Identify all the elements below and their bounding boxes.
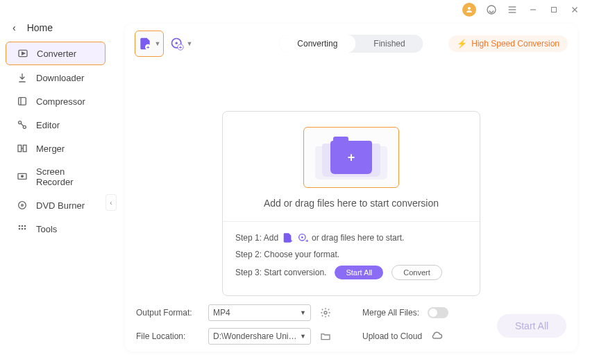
svg-rect-17 (23, 145, 26, 151)
sidebar-item-compressor[interactable]: Compressor (6, 90, 106, 112)
cloud-icon[interactable] (430, 330, 443, 343)
chevron-down-icon: ▼ (187, 40, 193, 47)
tab-converting[interactable]: Converting (279, 35, 355, 53)
segment-control: Converting Finished (279, 35, 423, 53)
add-files-button[interactable]: + ▼ (135, 31, 164, 57)
svg-point-20 (22, 175, 24, 177)
svg-line-15 (21, 123, 24, 126)
dvd-icon (17, 200, 28, 211)
high-speed-badge[interactable]: ⚡ High Speed Conversion (448, 35, 568, 52)
close-icon[interactable] (569, 4, 580, 15)
svg-point-25 (24, 225, 26, 227)
svg-point-22 (22, 205, 24, 207)
sidebar-item-downloader[interactable]: Downloader (6, 67, 106, 89)
support-icon[interactable] (486, 4, 497, 15)
avatar[interactable] (462, 3, 476, 17)
svg-rect-16 (18, 145, 22, 151)
svg-marker-10 (22, 52, 25, 55)
output-format-select[interactable]: MP4 ▼ (208, 304, 311, 321)
step-1: Step 1: Add + + or drag files here to st… (235, 232, 467, 244)
svg-point-32 (175, 42, 177, 44)
merge-label: Merge All Files: (362, 308, 419, 318)
file-location-label: File Location: (136, 331, 200, 341)
sidebar-item-label: Downloader (36, 73, 84, 83)
svg-text:+: + (146, 44, 150, 51)
convert-pill-button[interactable]: Convert (391, 265, 442, 280)
maximize-icon[interactable] (548, 4, 559, 15)
chevron-down-icon: ▼ (155, 40, 161, 47)
settings-icon[interactable] (319, 306, 332, 319)
step-2: Step 2: Choose your format. (235, 250, 467, 259)
sidebar-item-converter[interactable]: Converter (6, 42, 106, 65)
svg-point-27 (22, 228, 24, 230)
svg-point-37 (301, 236, 303, 239)
menu-icon[interactable] (507, 4, 518, 15)
add-dvd-button[interactable]: + ▼ (168, 31, 194, 57)
start-all-pill-button[interactable]: Start All (335, 266, 383, 279)
step-3: Step 3: Start conversion. Start All Conv… (235, 265, 467, 280)
compressor-icon (17, 96, 28, 107)
file-plus-icon: + (281, 232, 294, 244)
file-plus-icon: + (138, 37, 152, 51)
sidebar-item-label: Editor (36, 120, 60, 130)
add-folder-button[interactable]: + (303, 127, 399, 188)
back-home-button[interactable]: ‹ Home (0, 15, 111, 40)
disc-plus-icon: + (296, 232, 309, 244)
sidebar-item-label: Converter (37, 49, 76, 59)
merge-toggle[interactable] (428, 307, 448, 318)
drop-zone[interactable]: + Add or drag files here to start conver… (223, 112, 480, 221)
svg-point-21 (19, 202, 26, 209)
editor-icon (17, 119, 28, 130)
sidebar-item-tools[interactable]: Tools (6, 218, 106, 240)
sidebar-item-dvd-burner[interactable]: DVD Burner (6, 194, 106, 216)
high-speed-label: High Speed Conversion (471, 39, 559, 49)
main-panel: + ▼ + ▼ Converting Finished ⚡ High Speed… (125, 24, 578, 352)
drop-zone-card: + Add or drag files here to start conver… (222, 111, 480, 296)
toolbar: + ▼ + ▼ Converting Finished ⚡ High Speed… (125, 24, 578, 64)
svg-rect-11 (19, 98, 26, 105)
svg-point-24 (22, 225, 24, 227)
disc-plus-icon: + (170, 37, 184, 51)
folder-plus-icon: + (330, 141, 372, 174)
sidebar-item-editor[interactable]: Editor (6, 114, 106, 136)
svg-rect-6 (552, 8, 557, 12)
svg-point-26 (19, 228, 21, 230)
drop-zone-title: Add or drag files here to start conversi… (264, 198, 439, 209)
home-label: Home (27, 22, 53, 33)
sidebar-item-label: Screen Recorder (36, 166, 94, 187)
sidebar-item-merger[interactable]: Merger (6, 137, 106, 159)
sidebar-item-label: DVD Burner (36, 200, 85, 211)
sidebar-item-screen-recorder[interactable]: Screen Recorder (6, 161, 106, 193)
collapse-sidebar-button[interactable]: ‹ (106, 194, 117, 211)
merger-icon (17, 143, 28, 154)
sidebar-item-label: Tools (36, 224, 57, 234)
footer: Output Format: MP4 ▼ Merge All Files: Fi… (125, 297, 578, 352)
svg-point-23 (19, 225, 21, 227)
steps-panel: Step 1: Add + + or drag files here to st… (223, 221, 480, 295)
chevron-down-icon: ▼ (300, 333, 306, 340)
svg-text:+: + (289, 238, 293, 243)
svg-text:+: + (305, 238, 308, 243)
converter-icon (17, 48, 28, 59)
tab-finished[interactable]: Finished (355, 35, 423, 53)
upload-cloud-label: Upload to Cloud (362, 331, 422, 341)
bolt-icon: ⚡ (457, 39, 467, 49)
recorder-icon (17, 171, 28, 182)
sidebar: ‹ Home Converter Downloader Compressor E… (0, 15, 111, 364)
download-icon (17, 72, 28, 83)
chevron-left-icon: ‹ (12, 22, 16, 33)
sidebar-item-label: Compressor (36, 96, 85, 107)
svg-text:+: + (178, 44, 182, 51)
svg-point-0 (468, 7, 471, 10)
chevron-down-icon: ▼ (300, 309, 306, 316)
minimize-icon[interactable] (528, 4, 539, 15)
svg-point-28 (24, 228, 26, 230)
file-location-select[interactable]: D:\Wondershare UniConverter 1 ▼ (208, 328, 311, 345)
output-format-label: Output Format: (136, 308, 200, 318)
sidebar-item-label: Merger (36, 144, 65, 154)
open-folder-icon[interactable] (319, 330, 332, 343)
tools-icon (17, 223, 28, 234)
svg-point-39 (324, 311, 327, 314)
start-all-button[interactable]: Start All (497, 314, 566, 338)
